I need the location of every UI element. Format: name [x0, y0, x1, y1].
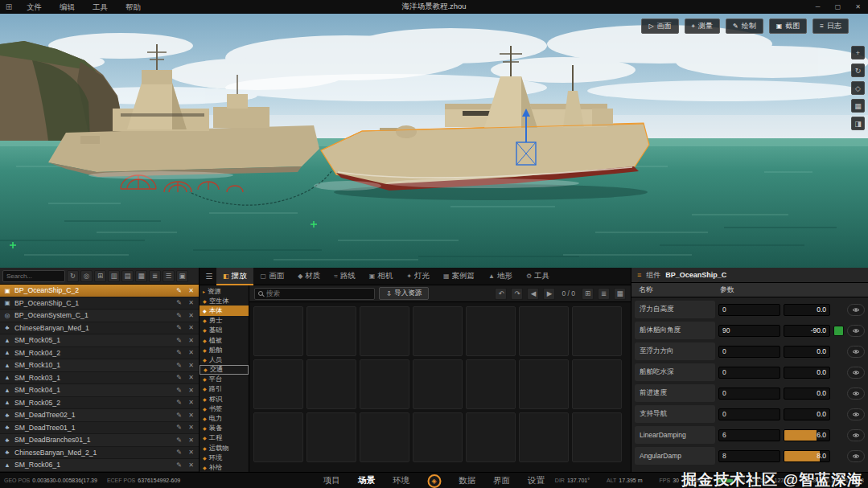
- outliner-row[interactable]: ▣BP_OceanShip_C_1✎✕: [0, 297, 199, 310]
- visibility-toggle[interactable]: [847, 346, 865, 358]
- tab-environment[interactable]: 环境: [393, 475, 409, 486]
- viewport-scene[interactable]: [0, 14, 868, 268]
- property-field[interactable]: [718, 450, 780, 462]
- remove-icon[interactable]: ✕: [187, 424, 195, 431]
- outliner-row[interactable]: ▲SM_Rock04_1✎✕: [0, 384, 199, 397]
- category-item[interactable]: ◆人员: [200, 355, 249, 364]
- outliner-row[interactable]: ▲SM_Rock10_1✎✕: [0, 359, 199, 372]
- property-number[interactable]: 0.0: [784, 367, 830, 379]
- visibility-toggle[interactable]: [847, 429, 865, 441]
- outliner-row[interactable]: ◎BP_OceanSystem_C_1✎✕: [0, 310, 199, 322]
- visibility-filter-icon[interactable]: ◎: [80, 270, 93, 282]
- rotate-tool-button[interactable]: ↻: [851, 64, 865, 77]
- edit-icon[interactable]: ✎: [175, 299, 183, 306]
- tab-toolbox[interactable]: ⚙工具: [520, 268, 556, 285]
- grid-view-icon[interactable]: ⊞: [94, 270, 106, 282]
- tab-material[interactable]: ◆材质: [291, 268, 327, 285]
- menu-tools[interactable]: 工具: [84, 0, 117, 14]
- measure-button[interactable]: ⌖ 测量: [685, 18, 721, 34]
- minimize-button[interactable]: ─: [808, 0, 828, 14]
- outliner-row[interactable]: ▲SM_Rock03_1✎✕: [0, 372, 199, 385]
- category-item[interactable]: ◆平台: [200, 375, 249, 384]
- edit-icon[interactable]: ✎: [175, 287, 183, 294]
- category-item[interactable]: ◆基础: [200, 326, 249, 335]
- tab-camera[interactable]: ▣相机: [363, 268, 400, 285]
- property-field[interactable]: [718, 429, 780, 441]
- category-item-selected[interactable]: ◆本体: [200, 306, 249, 315]
- menu-file[interactable]: 文件: [18, 0, 51, 14]
- property-field[interactable]: [718, 408, 780, 420]
- remove-icon[interactable]: ✕: [187, 437, 195, 444]
- tab-data[interactable]: 数据: [459, 475, 475, 486]
- menu-help[interactable]: 帮助: [117, 0, 150, 14]
- remove-icon[interactable]: ✕: [187, 399, 195, 406]
- edit-icon[interactable]: ✎: [175, 461, 183, 469]
- import-assets-button[interactable]: ⇩ 导入资源: [379, 287, 429, 300]
- tab-terrain[interactable]: ▲地形: [482, 268, 519, 285]
- columns-icon[interactable]: ▥: [108, 270, 120, 282]
- remove-icon[interactable]: ✕: [187, 362, 195, 369]
- outliner-row[interactable]: ♣ChineseBanyan_Med_1✎✕: [0, 322, 199, 335]
- tab-cases[interactable]: ▦案例篇: [437, 268, 481, 285]
- visibility-toggle[interactable]: [847, 304, 865, 316]
- property-number[interactable]: 0.0: [784, 304, 830, 316]
- category-item[interactable]: ◆工程: [200, 433, 249, 443]
- edit-icon[interactable]: ✎: [175, 337, 183, 344]
- hamburger-icon[interactable]: ☰: [203, 272, 216, 281]
- remove-icon[interactable]: ✕: [187, 287, 195, 294]
- tab-light[interactable]: ✦灯光: [400, 268, 436, 285]
- tab-scene[interactable]: 场景: [358, 475, 375, 486]
- property-field[interactable]: [718, 304, 780, 316]
- edit-icon[interactable]: ✎: [175, 449, 183, 456]
- tab-ui[interactable]: 界面: [493, 475, 510, 486]
- property-field[interactable]: [718, 367, 780, 379]
- app-logo[interactable]: ◈: [427, 474, 441, 488]
- edit-icon[interactable]: ✎: [175, 312, 183, 319]
- menu-icon[interactable]: ☰: [162, 270, 175, 282]
- log-button[interactable]: ≡ 日志: [812, 18, 849, 34]
- move-tool-button[interactable]: +: [851, 46, 865, 59]
- remove-icon[interactable]: ✕: [187, 337, 195, 344]
- color-swatch[interactable]: [833, 326, 844, 336]
- outliner-row[interactable]: ♣SM_DeadTree02_1✎✕: [0, 409, 199, 422]
- layers-tool-button[interactable]: ◨: [851, 117, 865, 130]
- outliner-row[interactable]: ▣BP_OceanShip_C_2✎✕: [0, 285, 199, 297]
- tiles-icon[interactable]: ▦: [135, 270, 147, 282]
- next-page-icon[interactable]: ▶: [543, 288, 555, 300]
- category-item[interactable]: ▸资源: [200, 286, 249, 296]
- visibility-toggle[interactable]: [847, 367, 865, 379]
- remove-icon[interactable]: ✕: [187, 412, 195, 419]
- property-field[interactable]: [718, 346, 780, 358]
- tab-route[interactable]: ≈路线: [327, 268, 361, 285]
- close-button[interactable]: ✕: [848, 0, 868, 14]
- property-number[interactable]: -90.0: [784, 325, 830, 337]
- category-item[interactable]: ◆补给: [200, 462, 249, 472]
- property-field[interactable]: [718, 388, 780, 400]
- visibility-toggle[interactable]: [847, 450, 865, 462]
- edit-icon[interactable]: ✎: [175, 374, 183, 381]
- menu-edit[interactable]: 编辑: [51, 0, 84, 14]
- draw-button[interactable]: ✎ 绘制: [726, 18, 763, 34]
- property-slider[interactable]: 6.0: [784, 429, 830, 441]
- property-number[interactable]: 0.0: [784, 346, 830, 358]
- undo-icon[interactable]: ↶: [495, 288, 507, 300]
- edit-icon[interactable]: ✎: [175, 349, 183, 356]
- asset-search-input[interactable]: [266, 289, 371, 297]
- snap-tool-button[interactable]: ▦: [851, 99, 865, 113]
- category-item[interactable]: ◆植被: [200, 335, 249, 345]
- view-button[interactable]: ▷ 画面: [641, 18, 678, 34]
- remove-icon[interactable]: ✕: [187, 387, 195, 394]
- asset-search-box[interactable]: [254, 288, 375, 300]
- category-item[interactable]: ◆运载物: [200, 443, 249, 453]
- remove-icon[interactable]: ✕: [187, 349, 195, 356]
- visibility-toggle[interactable]: [847, 325, 865, 337]
- outliner-row[interactable]: ▲SM_Rock05_1✎✕: [0, 334, 199, 347]
- redo-icon[interactable]: ↷: [511, 288, 523, 300]
- remove-icon[interactable]: ✕: [187, 312, 195, 319]
- category-item[interactable]: ◆路引: [200, 384, 249, 394]
- outliner-row[interactable]: ♣SM_DeadBranches01_1✎✕: [0, 434, 199, 447]
- remove-icon[interactable]: ✕: [187, 461, 195, 469]
- panel-icon[interactable]: ▣: [176, 270, 188, 282]
- visibility-toggle[interactable]: [847, 408, 865, 420]
- edit-icon[interactable]: ✎: [175, 437, 183, 444]
